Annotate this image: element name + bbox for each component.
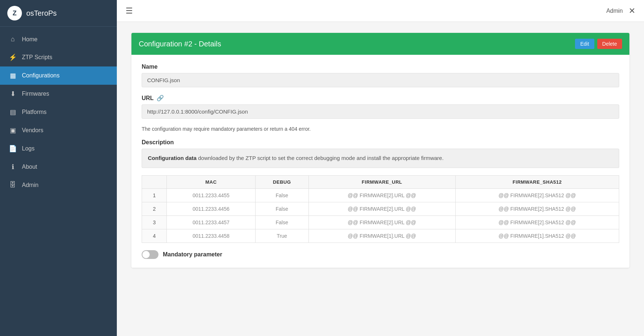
- sidebar-item-logs[interactable]: 📄 Logs: [0, 140, 117, 158]
- sidebar-item-admin[interactable]: 🗄 Admin: [0, 176, 117, 194]
- sidebar-item-label-firmwares: Firmwares: [22, 91, 49, 97]
- name-value: CONFIG.json: [142, 73, 619, 87]
- row4-mac: 0011.2233.4458: [167, 229, 255, 243]
- configuration-card: Configuration #2 - Details Edit Delete N…: [131, 33, 629, 268]
- topbar: ☰ Admin ✕: [117, 0, 644, 22]
- col-num: [142, 175, 167, 188]
- col-firmware-sha512: FIRMWARE_SHA512: [455, 175, 619, 188]
- row4-num: 4: [142, 229, 167, 243]
- col-debug: DEBUG: [255, 175, 308, 188]
- description-bold: Configuration data: [148, 155, 196, 161]
- url-label-row: URL 🔗: [142, 95, 619, 102]
- row2-debug: False: [255, 202, 308, 215]
- table-row: 3 0011.2233.4457 False @@ FIRMWARE[2].UR…: [142, 215, 619, 229]
- col-mac: MAC: [167, 175, 255, 188]
- description-box: Configuration data downloaded by the ZTP…: [142, 149, 619, 168]
- url-hint: The configuration may require mandatory …: [142, 126, 619, 132]
- url-value: http://127.0.0.1:8000/config/CONFIG.json: [142, 104, 619, 119]
- menu-toggle[interactable]: ☰: [126, 6, 133, 16]
- app-logo: Z: [7, 6, 22, 20]
- row1-firmware-url: @@ FIRMWARE[2].URL @@: [308, 188, 455, 202]
- row4-firmware-sha512: @@ FIRMWARE[1].SHA512 @@: [455, 229, 619, 243]
- card-actions: Edit Delete: [575, 39, 622, 49]
- table-body: 1 0011.2233.4455 False @@ FIRMWARE[2].UR…: [142, 188, 619, 243]
- row1-debug: False: [255, 188, 308, 202]
- table-row: 2 0011.2233.4456 False @@ FIRMWARE[2].UR…: [142, 202, 619, 215]
- table-row: 4 0011.2233.4458 True @@ FIRMWARE[1].URL…: [142, 229, 619, 243]
- description-rest: downloaded by the ZTP script to set the …: [196, 155, 444, 161]
- row2-num: 2: [142, 202, 167, 215]
- logs-icon: 📄: [9, 145, 17, 153]
- table-header: MAC DEBUG FIRMWARE_URL FIRMWARE_SHA512: [142, 175, 619, 188]
- card-header: Configuration #2 - Details Edit Delete: [131, 33, 629, 55]
- row3-num: 3: [142, 215, 167, 229]
- sidebar-item-label-logs: Logs: [22, 145, 35, 152]
- row3-firmware-sha512: @@ FIRMWARE[2].SHA512 @@: [455, 215, 619, 229]
- sidebar-item-firmwares[interactable]: ⬇ Firmwares: [0, 85, 117, 103]
- mandatory-label: Mandatory parameter: [163, 251, 222, 258]
- sidebar-item-ztp-scripts[interactable]: ⚡ ZTP Scripts: [0, 48, 117, 66]
- sidebar-nav: ⌂ Home ⚡ ZTP Scripts ▦ Configurations ⬇ …: [0, 27, 117, 336]
- row4-firmware-url: @@ FIRMWARE[1].URL @@: [308, 229, 455, 243]
- row4-debug: True: [255, 229, 308, 243]
- card-title: Configuration #2 - Details: [139, 40, 221, 48]
- link-icon: 🔗: [157, 95, 164, 102]
- sidebar-item-about[interactable]: ℹ About: [0, 158, 117, 176]
- card-body: Name CONFIG.json URL 🔗 http://127.0.0.1:…: [131, 55, 629, 268]
- sidebar-header: Z osTeroPs: [0, 0, 117, 27]
- configuration-table: MAC DEBUG FIRMWARE_URL FIRMWARE_SHA512 1…: [142, 175, 619, 243]
- content-area: Configuration #2 - Details Edit Delete N…: [117, 22, 644, 336]
- sidebar-item-label-ztp: ZTP Scripts: [22, 54, 52, 61]
- sidebar-item-label-platforms: Platforms: [22, 109, 47, 115]
- row3-mac: 0011.2233.4457: [167, 215, 255, 229]
- sidebar-item-label-home: Home: [22, 36, 38, 43]
- row1-firmware-sha512: @@ FIRMWARE[2].SHA512 @@: [455, 188, 619, 202]
- platforms-icon: ▤: [9, 108, 17, 116]
- row2-firmware-sha512: @@ FIRMWARE[2].SHA512 @@: [455, 202, 619, 215]
- vendors-icon: ▣: [9, 126, 17, 134]
- about-icon: ℹ: [9, 163, 17, 171]
- row1-num: 1: [142, 188, 167, 202]
- user-label: Admin: [606, 8, 623, 14]
- sidebar-item-label-vendors: Vendors: [22, 127, 43, 134]
- row1-mac: 0011.2233.4455: [167, 188, 255, 202]
- table-row: 1 0011.2233.4455 False @@ FIRMWARE[2].UR…: [142, 188, 619, 202]
- row3-firmware-url: @@ FIRMWARE[2].URL @@: [308, 215, 455, 229]
- home-icon: ⌂: [9, 35, 17, 43]
- sidebar-item-configurations[interactable]: ▦ Configurations: [0, 66, 117, 85]
- topbar-right: Admin ✕: [606, 6, 635, 16]
- edit-button[interactable]: Edit: [575, 39, 594, 49]
- main-area: ☰ Admin ✕ Configuration #2 - Details Edi…: [117, 0, 644, 336]
- app-title: osTeroPs: [26, 9, 57, 18]
- mandatory-parameter-row: Mandatory parameter: [142, 250, 619, 259]
- sidebar-item-vendors[interactable]: ▣ Vendors: [0, 121, 117, 140]
- sidebar-item-platforms[interactable]: ▤ Platforms: [0, 103, 117, 121]
- name-label: Name: [142, 64, 619, 70]
- close-icon[interactable]: ✕: [629, 6, 635, 16]
- hamburger-icon: ☰: [126, 6, 133, 15]
- url-label-text: URL: [142, 95, 154, 102]
- sidebar-item-label-admin: Admin: [22, 182, 38, 188]
- description-label: Description: [142, 139, 619, 146]
- admin-icon: 🗄: [9, 181, 17, 189]
- sidebar-item-label-configurations: Configurations: [22, 72, 60, 79]
- ztp-icon: ⚡: [9, 53, 17, 61]
- firmwares-icon: ⬇: [9, 90, 17, 98]
- row3-debug: False: [255, 215, 308, 229]
- sidebar: Z osTeroPs ⌂ Home ⚡ ZTP Scripts ▦ Config…: [0, 0, 117, 336]
- row2-firmware-url: @@ FIRMWARE[2].URL @@: [308, 202, 455, 215]
- delete-button[interactable]: Delete: [597, 39, 622, 49]
- sidebar-item-label-about: About: [22, 164, 37, 170]
- mandatory-toggle[interactable]: [142, 250, 158, 259]
- sidebar-item-home[interactable]: ⌂ Home: [0, 30, 117, 48]
- col-firmware-url: FIRMWARE_URL: [308, 175, 455, 188]
- row2-mac: 0011.2233.4456: [167, 202, 255, 215]
- configurations-icon: ▦: [9, 72, 17, 80]
